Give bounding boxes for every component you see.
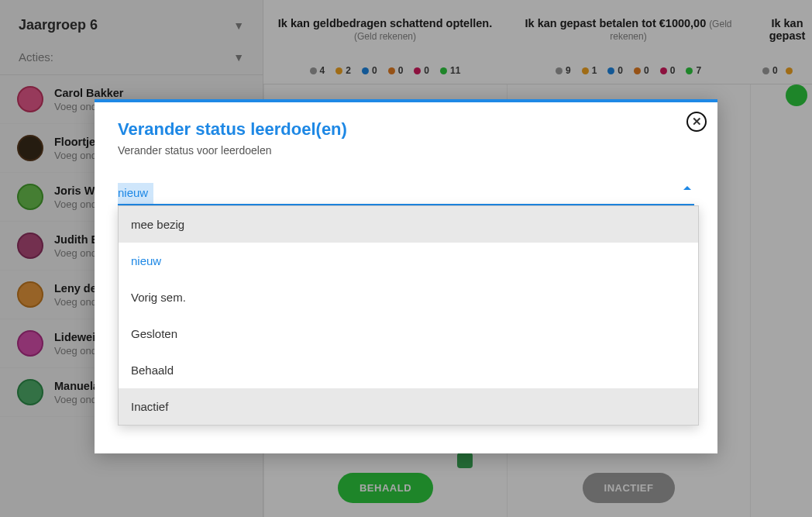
status-option[interactable]: nieuw	[119, 243, 698, 279]
status-select[interactable]: mee bezig nieuw Vorig sem. Gesloten Beha…	[118, 183, 694, 205]
modal-overlay: ✕ Verander status leerdoel(en) Verander …	[0, 0, 812, 517]
close-icon: ✕	[692, 115, 702, 129]
dialog-title: Verander status leerdoel(en)	[118, 119, 694, 140]
close-button[interactable]: ✕	[686, 112, 707, 132]
status-option[interactable]: mee bezig	[119, 206, 698, 243]
caret-up-icon	[683, 186, 691, 190]
status-select-input[interactable]	[118, 183, 694, 205]
status-option[interactable]: Gesloten	[119, 315, 698, 352]
status-option[interactable]: Vorig sem.	[119, 279, 698, 315]
dialog-subtitle: Verander status voor leerdoelen	[118, 144, 694, 157]
change-status-dialog: ✕ Verander status leerdoel(en) Verander …	[95, 99, 717, 453]
status-option[interactable]: Behaald	[119, 352, 698, 388]
status-dropdown[interactable]: mee bezig nieuw Vorig sem. Gesloten Beha…	[118, 205, 699, 426]
status-option[interactable]: Inactief	[119, 388, 698, 425]
